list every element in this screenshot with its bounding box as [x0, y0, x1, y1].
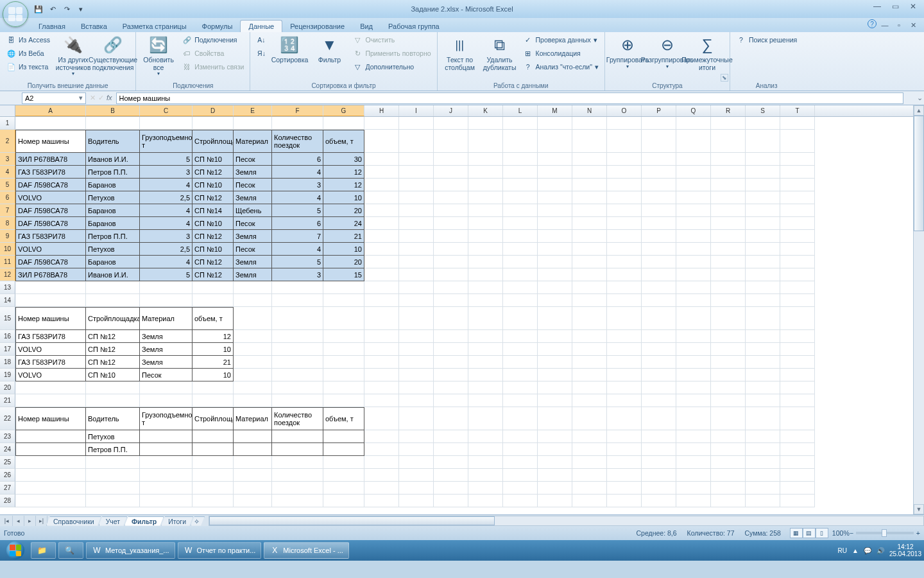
- cell[interactable]: [746, 117, 780, 130]
- cell[interactable]: [323, 294, 364, 307]
- cell[interactable]: [323, 117, 364, 130]
- cell[interactable]: [642, 256, 676, 268]
- cell[interactable]: [607, 343, 642, 356]
- cell[interactable]: СП №12: [193, 268, 234, 281]
- cell[interactable]: [538, 256, 572, 268]
- cell[interactable]: [399, 469, 434, 482]
- cell[interactable]: [711, 330, 746, 343]
- cell[interactable]: [434, 469, 468, 482]
- cell[interactable]: Петров П.П.: [86, 166, 140, 179]
- column-header[interactable]: F: [272, 105, 323, 116]
- cell[interactable]: [399, 230, 434, 243]
- cell[interactable]: [503, 307, 538, 330]
- cell[interactable]: 21: [323, 230, 364, 243]
- ribbon-close-button[interactable]: ✕: [907, 19, 919, 31]
- cell[interactable]: СП №12: [86, 330, 140, 343]
- cell[interactable]: [538, 469, 572, 482]
- cell[interactable]: Песок: [234, 243, 272, 256]
- cell[interactable]: [399, 130, 434, 153]
- cell[interactable]: [642, 430, 676, 443]
- cell[interactable]: [434, 443, 468, 456]
- cell[interactable]: [572, 243, 607, 256]
- cell[interactable]: Водитель: [86, 130, 140, 153]
- cell[interactable]: [434, 230, 468, 243]
- cell[interactable]: 3: [272, 268, 323, 281]
- cell[interactable]: [468, 456, 503, 469]
- cell[interactable]: [780, 217, 815, 230]
- cell[interactable]: [642, 307, 676, 330]
- cell[interactable]: [642, 117, 676, 130]
- cell[interactable]: [364, 204, 399, 217]
- cell[interactable]: [364, 243, 399, 256]
- cell[interactable]: [572, 166, 607, 179]
- cell[interactable]: [676, 407, 711, 430]
- cell[interactable]: [676, 179, 711, 191]
- cell[interactable]: [234, 443, 272, 456]
- cell[interactable]: [676, 456, 711, 469]
- cell[interactable]: [676, 343, 711, 356]
- cell[interactable]: [676, 394, 711, 407]
- row-header[interactable]: 11: [0, 256, 15, 268]
- existing-connections-button[interactable]: 🔗Существующие подключения: [94, 33, 132, 73]
- cell[interactable]: [468, 430, 503, 443]
- cell[interactable]: [468, 356, 503, 369]
- cell[interactable]: [503, 281, 538, 294]
- tab-page-layout[interactable]: Разметка страницы: [115, 21, 194, 32]
- cell[interactable]: [780, 369, 815, 381]
- cell[interactable]: [642, 495, 676, 507]
- cell[interactable]: объем, т: [323, 130, 364, 153]
- cell[interactable]: 7: [272, 230, 323, 243]
- cell[interactable]: [676, 369, 711, 381]
- cell[interactable]: [323, 495, 364, 507]
- cell[interactable]: 6: [272, 153, 323, 166]
- cell[interactable]: [86, 482, 140, 495]
- cell[interactable]: [468, 204, 503, 217]
- sheet-tab[interactable]: Фильтр: [124, 516, 164, 526]
- cell[interactable]: СП №10: [193, 153, 234, 166]
- cell[interactable]: [676, 130, 711, 153]
- cell[interactable]: [780, 268, 815, 281]
- cell[interactable]: [572, 330, 607, 343]
- cell[interactable]: [780, 356, 815, 369]
- scroll-thumb[interactable]: [914, 116, 924, 231]
- cell[interactable]: [711, 153, 746, 166]
- tray-network-icon[interactable]: 💬: [864, 547, 871, 554]
- from-other-sources-button[interactable]: 🔌Из других источников▾: [55, 33, 92, 78]
- cell[interactable]: [746, 307, 780, 330]
- row-header[interactable]: 25: [0, 456, 15, 469]
- cell[interactable]: [642, 243, 676, 256]
- cell[interactable]: [15, 394, 86, 407]
- cell[interactable]: [323, 394, 364, 407]
- cell[interactable]: [538, 268, 572, 281]
- tab-home[interactable]: Главная: [31, 21, 73, 32]
- cell[interactable]: [399, 166, 434, 179]
- cell[interactable]: [538, 281, 572, 294]
- cell[interactable]: [503, 330, 538, 343]
- cell[interactable]: [642, 179, 676, 191]
- sort-button[interactable]: 🔢Сортировка: [271, 33, 308, 66]
- row-header[interactable]: 20: [0, 381, 15, 394]
- cell[interactable]: [468, 153, 503, 166]
- cell[interactable]: [193, 381, 234, 394]
- cell[interactable]: Стройплощадка: [86, 307, 140, 330]
- tray-clock[interactable]: 14:1225.04.2013: [889, 543, 921, 557]
- cell[interactable]: [272, 456, 323, 469]
- cell[interactable]: [434, 381, 468, 394]
- row-header[interactable]: 15: [0, 307, 15, 330]
- cell[interactable]: [15, 456, 86, 469]
- cell[interactable]: [234, 394, 272, 407]
- cell[interactable]: [503, 369, 538, 381]
- cell[interactable]: Земля: [234, 191, 272, 204]
- column-header[interactable]: G: [323, 105, 364, 116]
- row-header[interactable]: 24: [0, 443, 15, 456]
- cell[interactable]: [468, 130, 503, 153]
- cell[interactable]: 4: [272, 243, 323, 256]
- cell[interactable]: СП №10: [193, 243, 234, 256]
- cell[interactable]: Иванов И.И.: [86, 153, 140, 166]
- sort-desc-button[interactable]: Я↓: [254, 47, 268, 60]
- cell[interactable]: [503, 230, 538, 243]
- taskbar-item[interactable]: 🔍: [58, 542, 83, 559]
- cell[interactable]: [572, 443, 607, 456]
- cell[interactable]: [642, 217, 676, 230]
- cell[interactable]: Баранов: [86, 204, 140, 217]
